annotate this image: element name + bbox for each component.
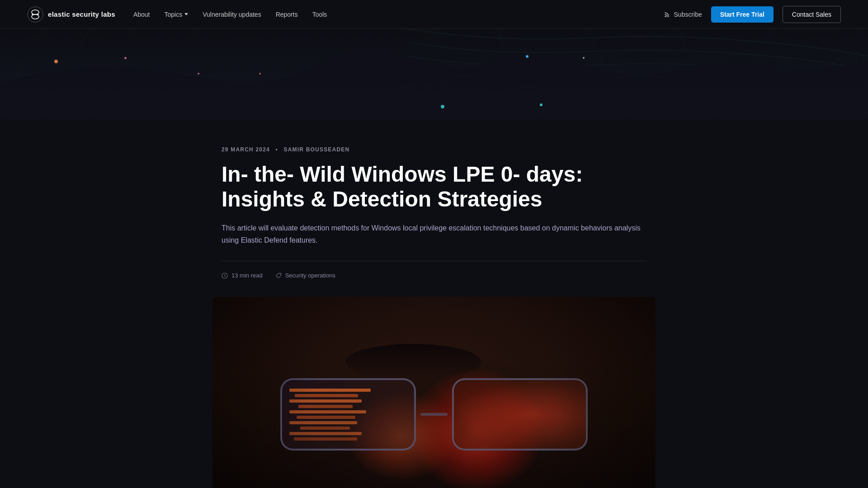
article-meta: 29 MARCH 2024 • SAMIR BOUSSEADEN [222,146,646,153]
nav-item-vulnerability[interactable]: Vulnerability updates [203,10,261,19]
svg-point-6 [279,273,280,274]
vulnerability-updates-link[interactable]: Vulnerability updates [203,11,261,18]
dot-pink-1 [124,57,127,59]
nav-right: Subscribe Start Free Trial Contact Sales [664,6,841,23]
svg-point-2 [32,14,39,19]
topics-link[interactable]: Topics [165,11,183,18]
tag-stat[interactable]: Security operations [275,272,335,279]
meta-separator: • [276,146,278,153]
dot-orange-1 [54,60,58,63]
svg-point-1 [32,10,39,14]
article-stats: 13 min read Security operations [222,272,646,279]
contact-sales-button[interactable]: Contact Sales [783,6,841,23]
article-description: This article will evaluate detection met… [222,222,646,246]
navbar: elastic security labs About Topics Vulne… [0,0,868,29]
dot-white-1 [583,57,585,59]
article-image-wrapper [212,297,656,488]
topics-dropdown[interactable]: Topics [165,11,189,18]
dot-blue-1 [526,55,528,58]
dot-blue-2 [540,103,542,106]
tag-label[interactable]: Security operations [285,272,335,279]
clock-icon [222,272,228,279]
logo-link[interactable]: elastic security labs [27,6,115,23]
hero-banner [0,29,868,119]
nav-item-topics[interactable]: Topics [165,11,189,18]
logo-text: elastic security labs [48,10,115,18]
vignette [212,297,656,488]
article-divider [222,261,646,261]
tools-link[interactable]: Tools [312,11,327,18]
article-container: 29 MARCH 2024 • SAMIR BOUSSEADEN In‑ the… [212,119,656,279]
subscribe-label: Subscribe [674,11,702,18]
tag-icon [275,272,282,279]
elastic-logo-icon [27,6,43,23]
read-time-stat: 13 min read [222,272,263,279]
reports-link[interactable]: Reports [276,11,298,18]
nav-left: elastic security labs About Topics Vulne… [27,6,327,23]
nav-item-about[interactable]: About [133,10,150,19]
nav-item-reports[interactable]: Reports [276,10,298,19]
article-title: In‑ the‑ Wild Windows LPE 0‑ days: Insig… [222,162,628,211]
article-author: SAMIR BOUSSEADEN [283,146,349,153]
start-trial-button[interactable]: Start Free Trial [711,6,774,23]
wave-mesh-svg [0,29,868,119]
article-date: 29 MARCH 2024 [222,146,270,153]
topics-chevron-icon [184,13,188,15]
article-hero-image [212,297,656,488]
about-link[interactable]: About [133,11,150,18]
svg-point-4 [665,15,666,17]
subscribe-link[interactable]: Subscribe [664,11,702,18]
rss-icon [664,11,670,18]
read-time-label: 13 min read [231,272,263,279]
dot-pink-2 [198,73,199,75]
nav-links: About Topics Vulnerability updates Repor… [133,10,327,19]
nav-item-tools[interactable]: Tools [312,10,327,19]
dot-blue-3 [441,105,444,108]
dot-pink-3 [259,73,261,75]
